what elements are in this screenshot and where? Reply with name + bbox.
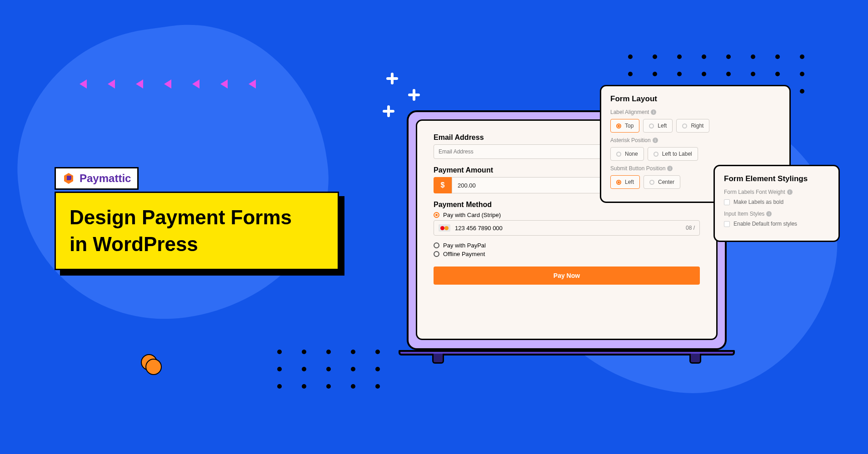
checkbox-icon xyxy=(724,221,730,227)
submit-left-option[interactable]: Left xyxy=(610,175,640,189)
paymattic-logo-icon xyxy=(62,172,75,185)
triangle-row-icon xyxy=(80,79,256,89)
method-stripe-radio[interactable]: Pay with Card (Stripe) xyxy=(434,212,700,218)
radio-empty-icon xyxy=(434,242,439,248)
pay-now-button[interactable]: Pay Now xyxy=(434,266,700,285)
radio-empty-icon xyxy=(434,251,439,257)
method-offline-radio[interactable]: Offline Payment xyxy=(434,251,700,257)
method-paypal-radio[interactable]: Pay with PayPal xyxy=(434,242,700,249)
card-expiry-value: 08 / xyxy=(686,225,695,231)
brand-name: Paymattic xyxy=(80,172,131,185)
asterisk-none-option[interactable]: None xyxy=(610,147,644,161)
laptop-base xyxy=(399,350,735,355)
alignment-left-option[interactable]: Left xyxy=(643,119,673,133)
bg-blob-left xyxy=(0,7,346,338)
info-icon[interactable]: i xyxy=(766,211,772,217)
brand-badge: Paymattic xyxy=(55,167,139,190)
info-icon[interactable]: i xyxy=(653,138,658,143)
laptop-foot-icon xyxy=(432,354,444,364)
page-title: Design Payment Forms in WordPress xyxy=(70,204,324,258)
info-icon[interactable]: i xyxy=(667,166,673,171)
form-stylings-panel: Form Element Stylings Form Labels Font W… xyxy=(713,165,840,242)
alignment-top-option[interactable]: Top xyxy=(610,119,639,133)
input-styles-label: Input Item Styles i xyxy=(724,211,829,217)
card-number-field[interactable]: 123 456 7890 000 08 / xyxy=(434,220,700,236)
currency-icon: $ xyxy=(434,177,452,193)
asterisk-left-option[interactable]: Left to Label xyxy=(648,147,698,161)
bold-labels-checkbox[interactable]: Make Labels as bold xyxy=(724,199,829,205)
checkbox-icon xyxy=(724,199,730,205)
panel-title: Form Element Stylings xyxy=(724,174,829,183)
panel-title: Form Layout xyxy=(610,94,780,104)
submit-center-option[interactable]: Center xyxy=(644,175,680,189)
asterisk-position-label: Asterisk Position i xyxy=(610,137,780,143)
mastercard-icon xyxy=(439,224,450,232)
laptop-foot-icon xyxy=(689,354,701,364)
card-number-value: 123 456 7890 000 xyxy=(455,225,503,232)
default-styles-checkbox[interactable]: Enable Default form styles xyxy=(724,221,829,227)
radio-filled-icon xyxy=(434,212,439,218)
font-weight-label: Form Labels Font Weight i xyxy=(724,189,829,195)
alignment-right-option[interactable]: Right xyxy=(676,119,709,133)
label-alignment-label: Label Alignment i xyxy=(610,109,780,115)
info-icon[interactable]: i xyxy=(651,109,656,115)
dot-grid-bottom xyxy=(277,350,380,389)
title-card: Design Payment Forms in WordPress xyxy=(55,192,339,270)
info-icon[interactable]: i xyxy=(787,189,793,195)
